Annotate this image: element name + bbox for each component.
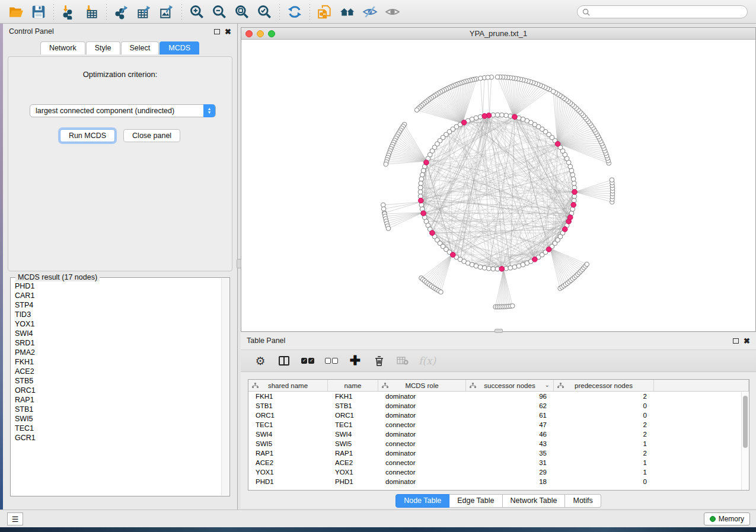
network-node[interactable] [418, 190, 423, 194]
float-panel-icon[interactable] [214, 29, 220, 34]
zoom-in-icon[interactable] [186, 2, 208, 22]
network-node[interactable] [532, 257, 538, 262]
network-node[interactable] [474, 264, 479, 268]
table-row[interactable]: YOX1YOX1connector291 [248, 467, 749, 477]
show-all-icon[interactable] [381, 2, 404, 22]
table-row[interactable]: SWI4SWI4dominator462 [248, 430, 749, 439]
memory-button[interactable]: Memory [704, 512, 750, 525]
table-row[interactable]: ACE2ACE2connector311 [248, 458, 749, 467]
network-node[interactable] [562, 227, 567, 232]
search-input[interactable] [593, 8, 742, 16]
network-node[interactable] [491, 267, 496, 271]
network-node[interactable] [482, 265, 487, 270]
mcds-result-item[interactable]: STP4 [15, 300, 229, 310]
network-node[interactable] [495, 75, 500, 79]
mcds-result-item[interactable]: STB1 [15, 405, 229, 414]
hide-selected-icon[interactable] [359, 2, 381, 22]
network-node[interactable] [487, 266, 492, 271]
network-node[interactable] [551, 89, 556, 94]
column-header-predecessor-nodes[interactable]: predecessor nodes [554, 380, 654, 391]
close-panel-button[interactable]: Close panel [123, 129, 180, 142]
network-node[interactable] [546, 247, 551, 252]
apply-layout-icon[interactable] [283, 2, 306, 22]
network-node[interactable] [504, 113, 509, 118]
mcds-result-item[interactable]: PHD1 [15, 281, 229, 291]
network-node[interactable] [512, 114, 518, 120]
network-node[interactable] [479, 76, 483, 81]
float-table-panel-icon[interactable] [733, 338, 739, 344]
network-node[interactable] [512, 265, 517, 270]
node-table[interactable]: shared namenameMCDS rolesuccessor nodes⌄… [248, 379, 749, 491]
network-node[interactable] [486, 75, 490, 80]
network-node[interactable] [478, 265, 483, 270]
network-node[interactable] [420, 172, 425, 177]
network-node[interactable] [461, 120, 467, 126]
network-node[interactable] [511, 304, 515, 309]
unselect-all-columns-icon[interactable] [324, 353, 339, 368]
network-node[interactable] [610, 178, 614, 182]
network-node[interactable] [450, 252, 455, 258]
zoom-out-icon[interactable] [208, 2, 231, 22]
table-row[interactable]: SWI5SWI5connector431 [248, 439, 749, 448]
mcds-result-item[interactable]: FKH1 [15, 357, 229, 367]
mcds-result-scrollbar[interactable] [221, 278, 229, 495]
network-node[interactable] [572, 181, 576, 186]
column-header-shared-name[interactable]: shared name [248, 380, 328, 391]
network-node[interactable] [555, 142, 560, 147]
panel-splitter-handle[interactable] [237, 259, 241, 268]
run-mcds-button[interactable]: Run MCDS [60, 129, 115, 142]
mcds-result-item[interactable]: GCR1 [15, 433, 229, 443]
column-header-name[interactable]: name [328, 380, 378, 391]
network-window-titlebar[interactable]: YPA_prune.txt_1 [241, 28, 755, 40]
network-node[interactable] [571, 177, 576, 181]
show-columns-icon[interactable] [276, 353, 292, 368]
mcds-result-item[interactable]: TEC1 [15, 424, 229, 433]
network-node[interactable] [572, 190, 578, 195]
table-row[interactable]: STB1STB1dominator620 [248, 401, 749, 411]
tab-select[interactable]: Select [121, 41, 160, 55]
criterion-dropdown[interactable]: largest connected component (undirected)… [30, 104, 216, 117]
table-scrollbar[interactable] [741, 392, 749, 490]
network-node[interactable] [421, 211, 426, 216]
network-node[interactable] [419, 177, 424, 181]
export-table-icon[interactable] [133, 2, 155, 22]
network-graph[interactable] [241, 40, 755, 331]
network-home-icon[interactable] [336, 2, 359, 22]
tab-network-table[interactable]: Network Table [503, 494, 566, 508]
network-node[interactable] [499, 113, 504, 117]
network-node[interactable] [386, 226, 391, 231]
search-box[interactable] [577, 5, 748, 18]
import-table-icon[interactable] [80, 2, 103, 22]
network-node[interactable] [384, 162, 388, 166]
mcds-result-item[interactable]: RAP1 [15, 395, 229, 405]
column-header-MCDS-role[interactable]: MCDS role [378, 380, 466, 391]
mcds-result-item[interactable]: CAR1 [15, 291, 229, 300]
network-node[interactable] [508, 265, 513, 270]
mcds-result-item[interactable]: ACE2 [15, 367, 229, 376]
close-table-panel-icon[interactable]: ✖ [744, 337, 750, 345]
mcds-result-list[interactable]: PHD1CAR1STP4TID3YOX1SWI4SRD1PMA2FKH1ACE2… [11, 278, 229, 496]
import-network-icon[interactable] [58, 2, 80, 22]
add-column-icon[interactable]: ✚ [347, 353, 363, 368]
vertical-splitter-handle[interactable] [495, 329, 503, 333]
task-history-button[interactable]: ☰ [7, 512, 23, 525]
table-row[interactable]: RAP1RAP1dominator352 [248, 448, 749, 458]
table-row[interactable]: ORC1ORC1dominator610 [248, 411, 749, 420]
network-node[interactable] [419, 181, 423, 186]
export-image-icon[interactable] [155, 2, 178, 22]
table-row[interactable]: FKH1FKH1dominator962 [248, 392, 749, 401]
network-node[interactable] [585, 262, 589, 267]
delete-column-icon[interactable] [371, 353, 387, 368]
mcds-result-item[interactable]: SWI4 [15, 329, 229, 338]
tab-network[interactable]: Network [40, 41, 85, 55]
network-node[interactable] [495, 113, 500, 117]
mcds-result-item[interactable]: SRD1 [15, 338, 229, 348]
select-all-columns-icon[interactable] [300, 353, 315, 368]
network-node[interactable] [419, 198, 424, 203]
network-node[interactable] [421, 168, 426, 173]
network-node[interactable] [499, 266, 505, 271]
export-network-icon[interactable] [110, 2, 133, 22]
network-node[interactable] [570, 172, 575, 177]
mcds-result-item[interactable]: YOX1 [15, 319, 229, 329]
mcds-result-item[interactable]: ORC1 [15, 386, 229, 395]
